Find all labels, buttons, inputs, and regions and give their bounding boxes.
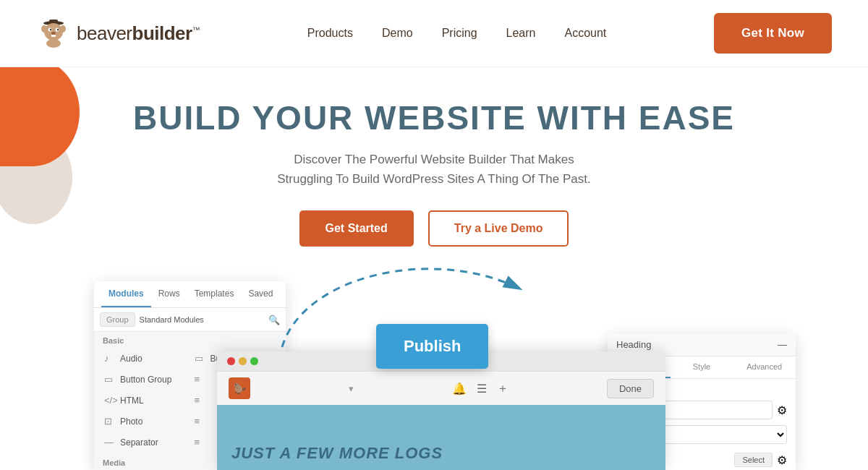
browser-content-bar: 🦫 ▾ 🔔 ☰ ＋ Done [217, 371, 665, 405]
minimize-dot[interactable] [239, 357, 247, 365]
separator-icon: — [104, 437, 116, 448]
get-it-now-button[interactable]: Get It Now [714, 13, 832, 54]
nav-links: Products Demo Pricing Learn Account [307, 27, 606, 40]
navbar: beaverbuilder™ Products Demo Pricing Lea… [0, 0, 868, 67]
browser-dots [227, 357, 258, 365]
try-live-demo-button[interactable]: Try a Live Demo [428, 210, 569, 247]
panel-filter: Group Standard Modules 🔍 [94, 308, 286, 332]
list-icon-1: ≡ [195, 374, 206, 385]
publish-button[interactable]: Publish [376, 324, 488, 369]
audio-icon: ♪ [104, 353, 116, 364]
module-separator[interactable]: — Separator [100, 432, 190, 453]
heading-options-icon[interactable]: ⚙ [777, 403, 787, 417]
svg-point-11 [60, 25, 66, 33]
menu-icon[interactable]: ☰ [477, 382, 487, 396]
module-button-group-label: Button Group [120, 375, 171, 385]
logo[interactable]: beaverbuilder™ [36, 16, 200, 51]
chevron-down-icon[interactable]: ▾ [349, 383, 354, 394]
nav-pricing[interactable]: Pricing [442, 27, 477, 39]
bell-icon[interactable]: 🔔 [452, 382, 467, 396]
hero-subtitle: Discover The Powerful Website Builder Th… [260, 150, 608, 189]
button-group-icon: ▭ [104, 374, 116, 385]
gear-icon[interactable]: ⚙ [777, 453, 787, 467]
photo-icon: ⊡ [104, 416, 116, 427]
svg-rect-8 [51, 35, 54, 37]
module-separator-label: Separator [120, 437, 158, 448]
done-button[interactable]: Done [607, 379, 654, 398]
svg-point-10 [41, 25, 47, 33]
nav-products[interactable]: Products [307, 27, 353, 39]
button-icon: ▭ [195, 353, 206, 364]
module-html-label: HTML [120, 396, 144, 406]
select-button[interactable]: Select [734, 453, 773, 467]
hero-title: BUILD YOUR WEBSITE WITH EASE [14, 100, 854, 137]
module-audio[interactable]: ♪ Audio [100, 348, 190, 369]
nav-account[interactable]: Account [564, 27, 606, 39]
browser-inner: Just a few more logs [217, 405, 665, 470]
plus-icon[interactable]: ＋ [497, 381, 509, 396]
maximize-dot[interactable] [250, 357, 258, 365]
hero-section: BUILD YOUR WEBSITE WITH EASE Discover Th… [0, 67, 868, 290]
browser-inner-text: Just a few more logs [231, 444, 443, 463]
browser-toolbar-icons: 🔔 ☰ ＋ [452, 381, 509, 396]
nav-learn[interactable]: Learn [506, 27, 536, 39]
sub-tab-advanced[interactable]: Advanced [733, 356, 796, 378]
module-audio-label: Audio [120, 354, 142, 364]
close-dot[interactable] [227, 357, 235, 365]
section-basic: Basic [94, 332, 286, 348]
beaver-logo-icon [36, 16, 71, 51]
module-photo[interactable]: ⊡ Photo [100, 411, 190, 432]
logo-text: beaverbuilder™ [77, 22, 200, 45]
list-icon-4: ≡ [195, 437, 206, 448]
svg-point-5 [50, 29, 51, 30]
svg-point-7 [51, 32, 56, 35]
list-icon-3: ≡ [195, 416, 206, 427]
filter-group-label: Group [100, 312, 135, 327]
filter-select[interactable]: Standard Modules [140, 315, 264, 324]
nav-demo[interactable]: Demo [382, 27, 413, 39]
svg-point-6 [57, 29, 59, 30]
module-photo-label: Photo [120, 416, 142, 427]
module-html[interactable]: </> HTML [100, 390, 190, 411]
search-icon[interactable]: 🔍 [268, 315, 280, 325]
browser-mockup: 🦫 ▾ 🔔 ☰ ＋ Done Just a few more logs [217, 351, 665, 470]
sub-tab-style[interactable]: Style [671, 356, 733, 378]
module-button-group[interactable]: ▭ Button Group [100, 369, 190, 390]
list-icon-2: ≡ [195, 395, 206, 406]
hero-buttons: Get Started Try a Live Demo [14, 210, 854, 247]
beaver-small-icon: 🦫 [229, 377, 250, 399]
svg-rect-9 [54, 35, 56, 37]
minimize-icon[interactable]: — [778, 339, 787, 350]
get-started-button[interactable]: Get Started [299, 210, 414, 247]
svg-point-12 [46, 39, 61, 48]
html-icon: </> [104, 395, 116, 406]
